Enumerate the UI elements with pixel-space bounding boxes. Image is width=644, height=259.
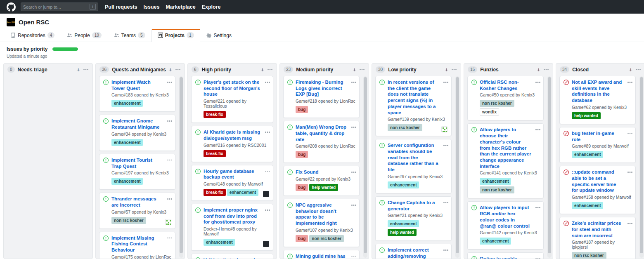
card-menu-button[interactable] bbox=[264, 168, 270, 174]
issue-label[interactable]: enhancement bbox=[227, 189, 258, 196]
card-menu-button[interactable] bbox=[627, 130, 633, 136]
add-card-button[interactable]: + bbox=[626, 67, 635, 73]
org-avatar[interactable]: Open RSC bbox=[7, 18, 15, 26]
issue-title[interactable]: Implement Tourist Trap Quest bbox=[111, 157, 163, 169]
issue-label[interactable]: bug bbox=[296, 184, 308, 191]
tab-teams[interactable]: Teams 5 bbox=[108, 29, 152, 42]
column-menu-button[interactable] bbox=[83, 67, 89, 73]
github-logo-icon[interactable] bbox=[7, 2, 16, 12]
issue-title[interactable]: Thrander messages are incorrect bbox=[111, 196, 163, 208]
issue-card[interactable]: Change Captcha to a generator Game#21 op… bbox=[375, 196, 452, 241]
issue-label[interactable]: help wanted bbox=[388, 229, 417, 236]
issue-label[interactable]: bug bbox=[296, 235, 308, 242]
issue-label[interactable]: help wanted bbox=[309, 184, 338, 191]
issue-card[interactable]: Allow players to choose their character'… bbox=[467, 123, 544, 198]
issue-title[interactable]: NPC aggressive behaviour doesn't appear … bbox=[296, 202, 347, 226]
issue-title[interactable]: Al Kharid gate is missing dialogue/syste… bbox=[204, 129, 261, 141]
issue-title[interactable]: Option to enable custom spells bbox=[480, 256, 531, 259]
issue-label[interactable]: non rsc kosher bbox=[309, 235, 344, 242]
card-menu-button[interactable] bbox=[166, 79, 173, 85]
scrollbar-thumb[interactable] bbox=[180, 77, 183, 253]
card-menu-button[interactable] bbox=[443, 142, 449, 148]
issue-label[interactable]: enhancement bbox=[480, 238, 511, 245]
issue-title[interactable]: Implement Missing Fishing Contest Behavi… bbox=[111, 235, 163, 253]
card-menu-button[interactable] bbox=[443, 200, 449, 205]
card-menu-button[interactable] bbox=[264, 207, 270, 213]
issue-title[interactable]: Validate that a human is creating charac… bbox=[204, 257, 261, 259]
issue-label[interactable]: enhancement bbox=[480, 178, 511, 185]
issue-label[interactable]: non rsc kosher bbox=[111, 217, 146, 224]
issue-card[interactable]: Al Kharid gate is missing dialogue/syste… bbox=[191, 126, 273, 162]
column-scrollbar[interactable] bbox=[455, 76, 459, 258]
issue-card[interactable]: Not all EXP award and skill events have … bbox=[559, 76, 636, 124]
issue-title[interactable]: Not all EXP award and skill events have … bbox=[572, 79, 623, 104]
issue-label[interactable]: non rsc kosher bbox=[480, 186, 514, 193]
issue-card[interactable]: Hourly game database backup event Game#1… bbox=[191, 165, 273, 201]
issue-card[interactable]: In recent versions of the client the gam… bbox=[375, 76, 452, 136]
issue-title[interactable]: Implement correct adding/removing friend… bbox=[388, 247, 439, 259]
card-menu-button[interactable] bbox=[350, 79, 357, 85]
issue-label[interactable]: break-fix bbox=[204, 189, 226, 196]
project-title[interactable]: Issues by priority bbox=[7, 46, 47, 52]
issue-title[interactable]: Implement proper nginx conf from dev int… bbox=[204, 207, 261, 225]
card-menu-button[interactable] bbox=[535, 205, 541, 210]
issue-card[interactable]: Fix Sound Game#22 opened by Kenix3 bughe… bbox=[283, 166, 360, 196]
issue-card[interactable]: Firemaking - Burning Logs gives incorrec… bbox=[283, 76, 360, 118]
issue-card[interactable]: Implement Gnome Restaurant Minigame Game… bbox=[99, 115, 175, 151]
issue-title[interactable]: Fix Sound bbox=[296, 169, 347, 175]
issue-title[interactable]: Allow players to input RGB and/or hex co… bbox=[480, 205, 531, 229]
org-name[interactable]: Open RSC bbox=[19, 19, 49, 26]
issue-card[interactable]: Implement Watch Tower Quest Game#183 ope… bbox=[99, 76, 175, 112]
card-menu-button[interactable] bbox=[627, 79, 633, 85]
tab-repositories[interactable]: Repositories 4 bbox=[4, 29, 61, 42]
column-menu-button[interactable] bbox=[267, 67, 273, 73]
issue-title[interactable]: Hourly game database backup event bbox=[204, 168, 261, 180]
issue-title[interactable]: In recent versions of the client the gam… bbox=[388, 79, 439, 115]
issue-label[interactable]: enhancement bbox=[204, 239, 235, 246]
issue-card[interactable]: Server configuration variables should be… bbox=[375, 139, 452, 193]
issue-label[interactable]: enhancement bbox=[572, 151, 603, 158]
scrollbar-thumb[interactable] bbox=[548, 77, 551, 253]
card-menu-button[interactable] bbox=[535, 256, 541, 259]
add-card-button[interactable]: + bbox=[74, 67, 83, 73]
issue-card[interactable]: bug tester in-game role Game#89 opened b… bbox=[559, 127, 636, 163]
card-menu-button[interactable] bbox=[627, 169, 633, 175]
add-card-button[interactable]: + bbox=[350, 67, 359, 73]
issue-title[interactable]: Mining guild mine has too much mith and … bbox=[296, 253, 347, 259]
issue-card[interactable]: Allow players to input RGB and/or hex co… bbox=[467, 201, 544, 250]
card-menu-button[interactable] bbox=[535, 127, 541, 132]
card-menu-button[interactable] bbox=[166, 196, 173, 202]
issue-card[interactable]: Official RSC non-Kosher Changes Game#50 … bbox=[467, 76, 544, 120]
card-menu-button[interactable] bbox=[350, 124, 357, 130]
column-menu-button[interactable] bbox=[175, 67, 181, 73]
issue-card[interactable]: Implement Tourist Trap Quest Game#197 op… bbox=[99, 154, 175, 190]
column-menu-button[interactable] bbox=[359, 67, 365, 73]
issue-title[interactable]: Official RSC non-Kosher Changes bbox=[480, 79, 531, 91]
card-menu-button[interactable] bbox=[264, 129, 270, 135]
issue-card[interactable]: ::update command able to be set a specif… bbox=[559, 166, 636, 214]
card-menu-button[interactable] bbox=[627, 220, 633, 226]
issue-label[interactable]: non rsc kosher bbox=[388, 124, 422, 131]
scrollbar-thumb[interactable] bbox=[364, 77, 367, 253]
issue-title[interactable]: Zeke's scimitar prices for steel and mit… bbox=[572, 220, 623, 238]
issue-label[interactable]: non rsc kosher bbox=[572, 252, 606, 259]
issue-label[interactable]: help wanted bbox=[572, 112, 601, 119]
search-input[interactable]: Search or jump to... / bbox=[21, 2, 98, 11]
column-scrollbar[interactable] bbox=[363, 76, 367, 258]
issue-card[interactable]: Validate that a human is creating charac… bbox=[191, 254, 273, 259]
card-menu-button[interactable] bbox=[166, 235, 173, 241]
card-menu-button[interactable] bbox=[350, 169, 357, 175]
add-card-button[interactable]: + bbox=[258, 67, 267, 73]
column-scrollbar[interactable] bbox=[547, 76, 552, 258]
issue-title[interactable]: Allow players to choose their character'… bbox=[480, 127, 531, 169]
card-menu-button[interactable] bbox=[264, 257, 270, 259]
add-card-button[interactable]: + bbox=[442, 67, 451, 73]
issue-title[interactable]: Implement Watch Tower Quest bbox=[111, 79, 163, 91]
issue-card[interactable]: Implement Missing Fishing Contest Behavi… bbox=[99, 232, 175, 259]
column-menu-button[interactable] bbox=[543, 67, 549, 73]
issue-label[interactable]: non rsc kosher bbox=[480, 100, 514, 107]
nav-link-explore[interactable]: Explore bbox=[202, 4, 221, 10]
tab-settings[interactable]: Settings bbox=[200, 29, 238, 42]
scrollbar-thumb[interactable] bbox=[456, 77, 459, 253]
issue-label[interactable]: enhancement bbox=[111, 100, 143, 107]
